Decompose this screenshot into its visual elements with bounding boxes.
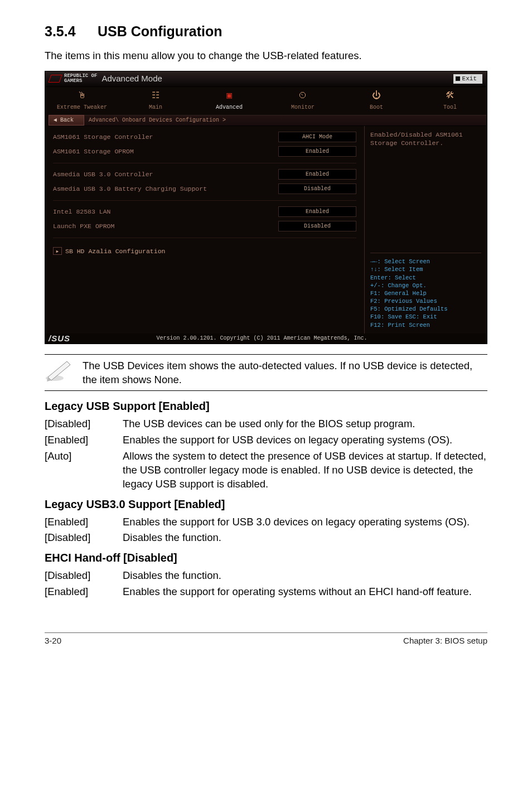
help-key: ↑↓: Select Item	[370, 265, 481, 273]
gauge-icon: ⏲	[298, 90, 307, 103]
brand-line2: GAMERS	[64, 79, 97, 84]
option-key: [Enabled]	[45, 515, 123, 529]
bios-tabs: 🖱Extreme Tweaker ☷Main ▣Advanced ⏲Monito…	[45, 87, 487, 115]
breadcrumb-row: ◄ Back Advanced\ Onboard Devices Configu…	[45, 115, 487, 126]
back-label: Back	[60, 117, 74, 123]
heading-legacy-usb3: Legacy USB3.0 Support [Enabled]	[45, 497, 487, 512]
separator	[45, 390, 487, 391]
help-key: F1: General Help	[370, 289, 481, 297]
bios-titlebar: REPUBLIC OF GAMERS Advanced Mode Exit	[45, 71, 487, 87]
chip-icon: ▣	[226, 90, 232, 103]
help-key: Enter: Select	[370, 274, 481, 282]
option-key: [Enabled]	[45, 433, 123, 447]
heading-ehci-handoff: EHCI Hand-off [Disabled]	[45, 550, 487, 566]
intro-text: The items in this menu allow you to chan…	[45, 49, 487, 63]
tab-label: Main	[149, 104, 162, 112]
tab-advanced[interactable]: ▣Advanced	[192, 87, 266, 115]
option-value: The USB devices can be used only for the…	[123, 417, 487, 431]
heading-legacy-usb: Legacy USB Support [Enabled]	[45, 399, 487, 414]
field-asmedia-battery-charging[interactable]: Asmedia USB 3.0 Battery Charging Support…	[53, 183, 356, 195]
option-key: [Disabled]	[45, 569, 123, 583]
field-asm1061-controller[interactable]: ASM1061 Storage Controller AHCI Mode	[53, 132, 356, 143]
field-value[interactable]: Disabled	[278, 221, 356, 232]
option-row: [Enabled] Enables the support for operat…	[45, 585, 487, 599]
back-button[interactable]: ◄ Back	[49, 115, 84, 126]
exit-icon	[456, 76, 460, 81]
section-title: USB Configuration	[98, 22, 223, 41]
breadcrumb: Advanced\ Onboard Devices Configuration …	[84, 115, 487, 126]
tab-boot[interactable]: ⏻Boot	[340, 87, 413, 115]
field-asm1061-oprom[interactable]: ASM1061 Storage OPROM Enabled	[53, 146, 356, 157]
submenu-label: SB HD Azalia Configuration	[65, 247, 165, 256]
bios-version: Version 2.00.1201. Copyright (C) 2011 Am…	[70, 335, 487, 342]
help-key: F12: Print Screen	[370, 321, 481, 329]
help-key: F5: Optimized Defaults	[370, 305, 481, 313]
field-label: Intel 82583 LAN	[53, 207, 278, 216]
tab-extreme-tweaker[interactable]: 🖱Extreme Tweaker	[45, 87, 119, 115]
tab-label: Advanced	[216, 104, 243, 112]
field-value[interactable]: Enabled	[278, 146, 356, 157]
tool-icon: 🛠	[446, 90, 454, 103]
pencil-note-icon	[45, 359, 72, 381]
tab-label: Extreme Tweaker	[57, 104, 107, 112]
submenu-sb-hd-azalia[interactable]: ▸ SB HD Azalia Configuration	[53, 247, 356, 256]
separator	[370, 253, 481, 253]
mouse-icon: 🖱	[78, 90, 86, 103]
rog-logo-icon	[48, 75, 62, 83]
chevron-right-icon: ▸	[53, 247, 62, 255]
tab-label: Tool	[443, 104, 457, 112]
help-key: +/-: Change Opt.	[370, 282, 481, 289]
option-value: Enables the support for operating system…	[123, 585, 487, 599]
mode-label: Advanced Mode	[101, 73, 162, 84]
field-label: Asmedia USB 3.0 Battery Charging Support	[53, 185, 278, 194]
tab-monitor[interactable]: ⏲Monitor	[266, 87, 340, 115]
section-heading: 3.5.4 USB Configuration	[45, 22, 487, 41]
separator	[53, 163, 356, 163]
field-label: ASM1061 Storage OPROM	[53, 147, 278, 156]
option-value: Disables the function.	[123, 569, 487, 583]
separator	[53, 238, 356, 238]
note-block: The USB Devices item shows the auto-dete…	[45, 355, 487, 390]
option-row: [Disabled] The USB devices can be used o…	[45, 417, 487, 431]
bios-left-panel: ASM1061 Storage Controller AHCI Mode ASM…	[45, 126, 364, 334]
help-key: F10: Save ESC: Exit	[370, 313, 481, 321]
option-value: Enables the support for USB 3.0 devices …	[123, 515, 487, 529]
option-value: Disables the function.	[123, 531, 487, 545]
option-key: [Enabled]	[45, 585, 123, 599]
page-number: 3-20	[45, 635, 61, 646]
field-label: Launch PXE OPROM	[53, 222, 278, 231]
tab-label: Boot	[370, 104, 383, 112]
tab-tool[interactable]: 🛠Tool	[413, 87, 487, 115]
option-value: Enables the support for USB devices on l…	[123, 433, 487, 447]
note-text: The USB Devices item shows the auto-dete…	[83, 359, 487, 387]
field-intel-lan[interactable]: Intel 82583 LAN Enabled	[53, 206, 356, 218]
bios-footer: /SUS Version 2.00.1201. Copyright (C) 20…	[45, 334, 487, 344]
tab-label: Monitor	[291, 104, 315, 112]
option-key: [Disabled]	[45, 531, 123, 545]
page-footer: 3-20 Chapter 3: BIOS setup	[45, 632, 487, 646]
exit-label: Exit	[462, 75, 477, 83]
option-row: [Enabled] Enables the support for USB 3.…	[45, 515, 487, 529]
field-value[interactable]: Enabled	[278, 206, 356, 218]
help-keys: →←: Select Screen ↑↓: Select Item Enter:…	[370, 248, 481, 329]
section-number: 3.5.4	[45, 22, 98, 41]
option-key: [Disabled]	[45, 417, 123, 431]
power-icon: ⏻	[372, 90, 381, 103]
list-icon: ☷	[152, 90, 159, 103]
field-asmedia-usb3-controller[interactable]: Asmedia USB 3.0 Controller Enabled	[53, 169, 356, 180]
field-label: ASM1061 Storage Controller	[53, 133, 278, 142]
bios-screenshot: REPUBLIC OF GAMERS Advanced Mode Exit 🖱E…	[45, 71, 487, 344]
option-value: Allows the system to detect the presence…	[123, 450, 487, 491]
field-launch-pxe-oprom[interactable]: Launch PXE OPROM Disabled	[53, 221, 356, 232]
field-value[interactable]: AHCI Mode	[278, 132, 356, 143]
option-row: [Disabled] Disables the function.	[45, 569, 487, 583]
option-row: [Auto] Allows the system to detect the p…	[45, 450, 487, 491]
option-key: [Auto]	[45, 450, 123, 491]
field-value[interactable]: Disabled	[278, 183, 356, 195]
rog-brand: REPUBLIC OF GAMERS	[64, 74, 97, 84]
help-key: →←: Select Screen	[370, 258, 481, 265]
exit-button[interactable]: Exit	[453, 74, 482, 84]
chapter-label: Chapter 3: BIOS setup	[403, 635, 487, 646]
tab-main[interactable]: ☷Main	[119, 87, 192, 115]
field-value[interactable]: Enabled	[278, 169, 356, 180]
